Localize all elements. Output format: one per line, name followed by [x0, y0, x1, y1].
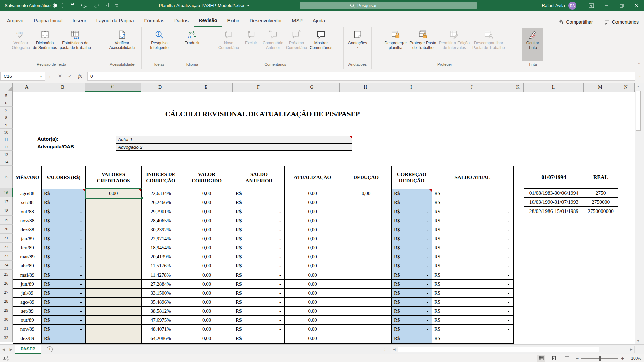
- normal-view-icon[interactable]: [537, 355, 545, 362]
- cell-C27[interactable]: [86, 289, 142, 298]
- cell-H32[interactable]: [340, 334, 392, 343]
- cell-H27[interactable]: [340, 289, 392, 298]
- formula-input[interactable]: 0: [87, 72, 635, 81]
- cell-D31[interactable]: 48,4071%: [142, 325, 180, 334]
- anotacoes-button[interactable]: Anotações⌄: [347, 28, 369, 61]
- table-header-correcao-deducao[interactable]: CORREÇÃO DEDUÇÃO: [392, 166, 432, 189]
- cell-H16[interactable]: 0,00: [340, 189, 392, 198]
- cell-D28[interactable]: 35,4896%: [142, 298, 180, 307]
- cell-H17[interactable]: [340, 198, 392, 207]
- cell-B19[interactable]: R$-: [42, 216, 86, 225]
- row-header-16[interactable]: 16: [0, 188, 13, 197]
- cell-J17[interactable]: R$-: [432, 198, 513, 207]
- row-header-13[interactable]: 13: [0, 151, 13, 158]
- ribbon-display-options-icon[interactable]: [584, 0, 599, 11]
- author-value-cell[interactable]: Autor 1: [116, 136, 352, 143]
- cell-H29[interactable]: [340, 307, 392, 316]
- cell-D17[interactable]: 26,2466%: [142, 198, 180, 207]
- expand-formula-bar-icon[interactable]: ⌄: [637, 74, 644, 78]
- cell-H19[interactable]: [340, 216, 392, 225]
- table-header-valores-creditados[interactable]: VALORES CREDITADOS: [86, 166, 142, 189]
- cell-F27[interactable]: R$-: [233, 289, 285, 298]
- cell-G17[interactable]: 0,00: [285, 198, 340, 207]
- autosave-control[interactable]: Salvamento Automático: [5, 3, 64, 8]
- desproteger-planilha-button[interactable]: Desproteger planilha: [383, 28, 408, 61]
- row-header-31[interactable]: 31: [0, 324, 13, 333]
- cell-H31[interactable]: [340, 325, 392, 334]
- cell-J18[interactable]: R$-: [432, 207, 513, 216]
- cell-H21[interactable]: [340, 234, 392, 243]
- column-header-f[interactable]: F: [233, 83, 284, 92]
- lawyer-label[interactable]: Advogada/OAB:: [37, 144, 76, 149]
- cell-D27[interactable]: 33,1500%: [142, 289, 180, 298]
- cell-J16[interactable]: R$-: [432, 189, 513, 198]
- ribbon-tab-inserir[interactable]: Inserir: [67, 15, 91, 27]
- side-table-cell-1-0[interactable]: 16/03/1990-31/07/1993: [524, 198, 584, 207]
- cell-F31[interactable]: R$-: [233, 325, 285, 334]
- row-header-10[interactable]: 10: [0, 129, 13, 136]
- cell-G23[interactable]: 0,00: [285, 252, 340, 261]
- cell-H24[interactable]: [340, 261, 392, 270]
- autosave-toggle[interactable]: [53, 3, 64, 8]
- cancel-entry-icon[interactable]: ✕: [55, 73, 65, 79]
- estatisticas-da-pasta-de-trabalho-button[interactable]: 123Estatísticas da pasta de trabalho: [58, 28, 92, 61]
- cell-B21[interactable]: R$-: [42, 234, 86, 243]
- cell-I17[interactable]: R$-: [392, 198, 432, 207]
- cell-C18[interactable]: [86, 207, 142, 216]
- cell-G27[interactable]: 0,00: [285, 289, 340, 298]
- horizontal-scrollbar[interactable]: ◀ ▶: [391, 346, 635, 353]
- cell-A23[interactable]: mar/89: [13, 252, 42, 261]
- accessibility-status-icon[interactable]: [3, 356, 9, 361]
- cell-A31[interactable]: nov/89: [13, 325, 42, 334]
- ocultar-tinta-button[interactable]: Ocultar Tinta⌄: [522, 28, 543, 61]
- cell-I30[interactable]: R$-: [392, 316, 432, 325]
- cell-E26[interactable]: 0,00: [180, 280, 233, 289]
- row-header-30[interactable]: 30: [0, 315, 13, 324]
- proteger-pasta-de-trabalho-button[interactable]: Proteger Pasta de Trabalho: [408, 28, 438, 61]
- cell-E27[interactable]: 0,00: [180, 289, 233, 298]
- cell-C29[interactable]: [86, 307, 142, 316]
- close-button[interactable]: [629, 0, 644, 11]
- cell-J21[interactable]: R$-: [432, 234, 513, 243]
- column-header-a[interactable]: A: [13, 83, 41, 92]
- ribbon-tab-pagina-inicial[interactable]: Página Inicial: [29, 15, 67, 27]
- cell-F17[interactable]: R$-: [233, 198, 285, 207]
- column-header-m[interactable]: M: [584, 83, 617, 92]
- new-sheet-icon[interactable]: +: [47, 346, 53, 352]
- row-header-12[interactable]: 12: [0, 143, 13, 151]
- cell-G24[interactable]: 0,00: [285, 261, 340, 270]
- row-header-7[interactable]: 7: [0, 107, 13, 114]
- row-header-21[interactable]: 21: [0, 234, 13, 243]
- cell-C23[interactable]: [86, 252, 142, 261]
- cell-F23[interactable]: R$-: [233, 252, 285, 261]
- vertical-scrollbar[interactable]: ▲ ▼: [635, 83, 641, 344]
- cell-D21[interactable]: 22,9714%: [142, 234, 180, 243]
- page-layout-view-icon[interactable]: [550, 355, 558, 362]
- cell-D22[interactable]: 18,9454%: [142, 243, 180, 252]
- column-header-j[interactable]: J: [431, 83, 512, 92]
- cell-A25[interactable]: mai/89: [13, 270, 42, 280]
- table-header-mes-ano[interactable]: MÊS/ANO: [13, 166, 42, 189]
- row-header-19[interactable]: 19: [0, 216, 13, 225]
- lawyer-value-cell[interactable]: Advogado 2: [116, 143, 352, 151]
- cell-B25[interactable]: R$-: [42, 270, 86, 280]
- cell-H28[interactable]: [340, 298, 392, 307]
- cell-B28[interactable]: R$-: [42, 298, 86, 307]
- row-header-23[interactable]: 23: [0, 252, 13, 261]
- cell-C17[interactable]: [86, 198, 142, 207]
- cell-J28[interactable]: R$-: [432, 298, 513, 307]
- cell-E25[interactable]: 0,00: [180, 270, 233, 280]
- cell-H18[interactable]: [340, 207, 392, 216]
- row-header-14[interactable]: 14: [0, 158, 13, 166]
- scroll-down-icon[interactable]: ▼: [635, 338, 641, 344]
- ribbon-tab-layout-da-pagina[interactable]: Layout da Página: [91, 15, 139, 27]
- cell-I16[interactable]: R$-: [392, 189, 432, 198]
- cell-C21[interactable]: [86, 234, 142, 243]
- next-sheet-icon[interactable]: ▶: [7, 347, 15, 352]
- column-header-c[interactable]: C: [85, 83, 141, 92]
- name-box-dropdown-icon[interactable]: ▾: [37, 74, 45, 78]
- user-name[interactable]: Rafael Avila: [542, 3, 565, 8]
- column-header-i[interactable]: I: [391, 83, 431, 92]
- ribbon-tab-dados[interactable]: Dados: [169, 15, 194, 27]
- row-header-22[interactable]: 22: [0, 243, 13, 252]
